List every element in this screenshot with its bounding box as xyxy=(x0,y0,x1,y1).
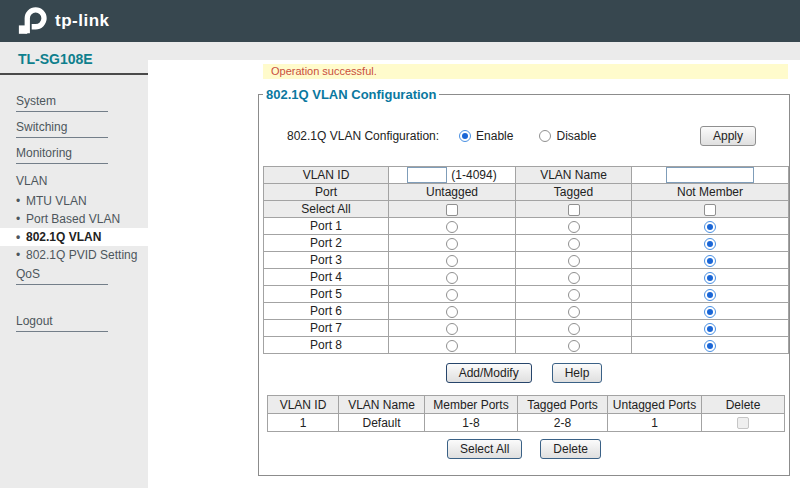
port-rows: Port 1Port 2Port 3Port 4Port 5Port 6Port… xyxy=(264,218,789,354)
select-all-not-member-checkbox[interactable] xyxy=(704,204,716,216)
vlan-name-label: VLAN Name xyxy=(516,167,632,184)
sidebar-item-label: 802.1Q PVID Setting xyxy=(26,248,137,262)
vlan-config-label: 802.1Q VLAN Configuration: xyxy=(287,129,439,143)
enable-label: Enable xyxy=(476,129,513,143)
port-1-tagged-radio[interactable] xyxy=(568,221,580,233)
port-label: Port 8 xyxy=(264,337,389,354)
port-row: Port 1 xyxy=(264,218,789,235)
port-row: Port 5 xyxy=(264,286,789,303)
tp-link-logo-icon xyxy=(18,6,48,36)
select-all-label: Select All xyxy=(264,201,389,218)
vlan-list-column-header: Untagged Ports xyxy=(608,396,702,414)
port-row: Port 4 xyxy=(264,269,789,286)
help-button[interactable]: Help xyxy=(552,363,603,383)
sidebar-item-label: Switching xyxy=(16,120,67,134)
bullet-icon: • xyxy=(16,194,26,208)
device-model-title: TL-SG108E xyxy=(0,42,148,67)
port-6-untagged-radio[interactable] xyxy=(446,306,458,318)
port-1-untagged-radio[interactable] xyxy=(446,221,458,233)
table-action-buttons: Select All Delete xyxy=(259,439,789,459)
vlan-list-row: 1Default1-82-81 xyxy=(268,414,785,432)
vlan-list-header-row: VLAN IDVLAN NameMember PortsTagged Ports… xyxy=(268,396,785,414)
port-label: Port 1 xyxy=(264,218,389,235)
delete-vlan-checkbox xyxy=(737,417,749,429)
disable-label: Disable xyxy=(556,129,596,143)
port-7-not-member-radio[interactable] xyxy=(704,323,716,335)
vlan-list-cell: 1 xyxy=(268,414,339,432)
select-all-untagged-checkbox[interactable] xyxy=(446,204,458,216)
port-5-tagged-radio[interactable] xyxy=(568,289,580,301)
sidebar-item-monitoring[interactable]: Monitoring xyxy=(16,143,108,164)
sidebar-item-label: QoS xyxy=(16,267,40,281)
sidebar-item-802-1q-vlan[interactable]: •802.1Q VLAN xyxy=(0,228,148,246)
port-7-tagged-radio[interactable] xyxy=(568,323,580,335)
sidebar-item-switching[interactable]: Switching xyxy=(16,117,108,138)
sidebar-divider xyxy=(0,73,148,75)
vlan-membership-table: VLAN ID (1-4094) VLAN Name Port Untagged… xyxy=(263,166,789,354)
add-modify-button[interactable]: Add/Modify xyxy=(446,363,532,383)
sidebar: TL-SG108E SystemSwitchingMonitoringVLAN•… xyxy=(0,42,148,488)
vlan-list-column-header: VLAN ID xyxy=(268,396,339,414)
sidebar-item-802-1q-pvid-setting[interactable]: •802.1Q PVID Setting xyxy=(0,246,148,264)
sidebar-item-mtu-vlan[interactable]: •MTU VLAN xyxy=(0,192,148,210)
bullet-icon: • xyxy=(16,230,26,244)
form-action-buttons: Add/Modify Help xyxy=(259,363,789,383)
port-7-untagged-radio[interactable] xyxy=(446,323,458,335)
port-2-tagged-radio[interactable] xyxy=(568,238,580,250)
port-5-not-member-radio[interactable] xyxy=(704,289,716,301)
select-all-button[interactable]: Select All xyxy=(447,439,522,459)
port-4-not-member-radio[interactable] xyxy=(704,272,716,284)
port-label: Port 5 xyxy=(264,286,389,303)
port-4-tagged-radio[interactable] xyxy=(568,272,580,284)
vlan-list-cell: 2-8 xyxy=(518,414,608,432)
port-6-not-member-radio[interactable] xyxy=(704,306,716,318)
vlan-id-range-hint: (1-4094) xyxy=(451,168,496,182)
port-8-not-member-radio[interactable] xyxy=(704,340,716,352)
port-3-untagged-radio[interactable] xyxy=(446,255,458,267)
port-row: Port 2 xyxy=(264,235,789,252)
sidebar-item-label: VLAN xyxy=(16,174,47,188)
status-message-bar: Operation successful. xyxy=(263,64,788,79)
sidebar-item-label: MTU VLAN xyxy=(26,194,87,208)
port-row: Port 3 xyxy=(264,252,789,269)
vlan-name-input[interactable] xyxy=(666,167,754,183)
port-8-tagged-radio[interactable] xyxy=(568,340,580,352)
sidebar-item-label: Monitoring xyxy=(16,146,72,160)
vlan-list-column-header: Member Ports xyxy=(425,396,518,414)
vlan-list-column-header: Tagged Ports xyxy=(518,396,608,414)
port-4-untagged-radio[interactable] xyxy=(446,272,458,284)
select-all-tagged-checkbox[interactable] xyxy=(568,204,580,216)
port-2-not-member-radio[interactable] xyxy=(704,238,716,250)
vlan-list-cell: 1 xyxy=(608,414,702,432)
port-6-tagged-radio[interactable] xyxy=(568,306,580,318)
top-header-bar: tp-link xyxy=(0,0,800,42)
sidebar-item-logout[interactable]: Logout xyxy=(16,311,108,332)
bullet-icon: • xyxy=(16,212,26,226)
apply-button[interactable]: Apply xyxy=(700,126,756,146)
port-2-untagged-radio[interactable] xyxy=(446,238,458,250)
port-3-not-member-radio[interactable] xyxy=(704,255,716,267)
main-content: Operation successful. 802.1Q VLAN Config… xyxy=(148,60,800,488)
port-8-untagged-radio[interactable] xyxy=(446,340,458,352)
sidebar-item-system[interactable]: System xyxy=(16,91,108,112)
vlan-id-input[interactable] xyxy=(407,167,447,183)
bullet-icon: • xyxy=(16,248,26,262)
vlan-list-column-header: VLAN Name xyxy=(339,396,425,414)
port-label: Port 6 xyxy=(264,303,389,320)
enable-radio[interactable] xyxy=(459,130,471,142)
port-5-untagged-radio[interactable] xyxy=(446,289,458,301)
delete-button[interactable]: Delete xyxy=(540,439,601,459)
sidebar-item-port-based-vlan[interactable]: •Port Based VLAN xyxy=(0,210,148,228)
disable-radio[interactable] xyxy=(539,130,551,142)
sidebar-item-qos[interactable]: QoS xyxy=(16,264,108,285)
tp-link-logo: tp-link xyxy=(18,6,110,36)
vlan-id-label: VLAN ID xyxy=(264,167,389,184)
vlan-list-cell: 1-8 xyxy=(425,414,518,432)
sidebar-item-vlan: VLAN xyxy=(0,169,148,192)
port-column-header: Port xyxy=(264,184,389,201)
port-1-not-member-radio[interactable] xyxy=(704,221,716,233)
select-all-row: Select All xyxy=(264,201,789,218)
sidebar-menu: SystemSwitchingMonitoringVLAN•MTU VLAN•P… xyxy=(0,91,148,332)
sidebar-item-label: 802.1Q VLAN xyxy=(26,230,101,244)
port-3-tagged-radio[interactable] xyxy=(568,255,580,267)
